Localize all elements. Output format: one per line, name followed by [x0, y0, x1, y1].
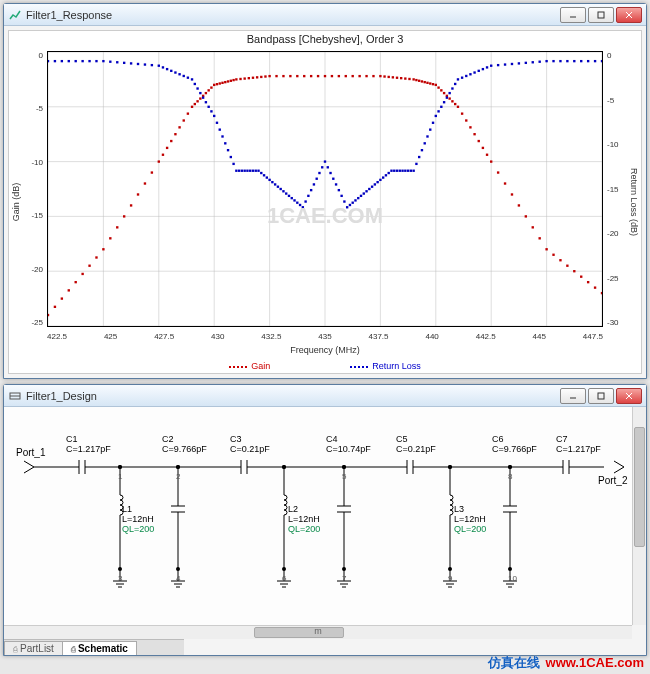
response-titlebar[interactable]: Filter1_Response — [4, 4, 646, 26]
svg-rect-78 — [331, 75, 333, 77]
l2-label: L2L=12nHQL=200 — [288, 505, 320, 535]
maximize-button[interactable] — [588, 388, 614, 404]
svg-rect-44 — [187, 112, 189, 114]
svg-rect-251 — [448, 92, 450, 94]
svg-rect-123 — [532, 226, 534, 228]
svg-rect-148 — [144, 63, 146, 65]
h-scroll-thumb[interactable] — [254, 627, 344, 638]
svg-rect-264 — [504, 63, 506, 65]
svg-rect-227 — [382, 176, 384, 178]
svg-point-378 — [118, 465, 122, 469]
response-title: Filter1_Response — [26, 9, 560, 21]
svg-text:7: 7 — [342, 574, 347, 583]
svg-text:5: 5 — [342, 472, 347, 481]
svg-rect-211 — [338, 189, 340, 191]
close-button[interactable] — [616, 388, 642, 404]
svg-rect-143 — [109, 61, 111, 63]
c5-label: C5C=0.21pF — [396, 435, 436, 455]
svg-rect-34 — [137, 193, 139, 195]
svg-text:1: 1 — [118, 472, 123, 481]
port-2-label: Port_2 — [598, 475, 627, 486]
svg-rect-59 — [230, 80, 232, 82]
svg-rect-187 — [271, 181, 273, 183]
svg-rect-154 — [174, 71, 176, 73]
svg-rect-158 — [191, 78, 193, 80]
svg-rect-128 — [566, 265, 568, 267]
svg-rect-40 — [170, 140, 172, 142]
svg-rect-63 — [243, 77, 245, 79]
svg-rect-89 — [396, 77, 398, 79]
svg-rect-202 — [313, 183, 315, 185]
c4-label: C4C=10.74pF — [326, 435, 371, 455]
svg-rect-276 — [587, 60, 589, 62]
svg-rect-28 — [95, 256, 97, 258]
plot-area[interactable]: 1CAE.COM — [47, 51, 603, 327]
svg-rect-53 — [213, 84, 215, 86]
svg-rect-76 — [317, 75, 319, 77]
window-controls — [560, 7, 642, 23]
svg-text:9: 9 — [448, 574, 453, 583]
svg-rect-184 — [263, 174, 265, 176]
svg-rect-241 — [421, 149, 423, 151]
minimize-button[interactable] — [560, 7, 586, 23]
svg-rect-240 — [418, 156, 420, 158]
svg-rect-35 — [144, 182, 146, 184]
svg-point-364 — [448, 567, 452, 571]
schematic-canvas[interactable]: 34679101258 Port_1 Port_2 C1C=1.217pF C2… — [4, 407, 632, 625]
svg-rect-171 — [227, 149, 229, 151]
svg-rect-209 — [332, 178, 334, 180]
svg-rect-56 — [221, 82, 223, 84]
svg-rect-229 — [388, 172, 390, 174]
svg-rect-141 — [95, 60, 97, 62]
maximize-button[interactable] — [588, 7, 614, 23]
tab-partlist[interactable]: ⎙PartList — [4, 641, 63, 655]
svg-rect-255 — [461, 77, 463, 79]
svg-rect-130 — [580, 276, 582, 278]
svg-rect-228 — [385, 174, 387, 176]
svg-rect-220 — [363, 192, 365, 194]
svg-rect-98 — [426, 82, 428, 84]
svg-rect-149 — [151, 64, 153, 66]
svg-rect-33 — [130, 204, 132, 206]
svg-rect-85 — [379, 75, 381, 77]
svg-rect-208 — [329, 172, 331, 174]
minimize-button[interactable] — [560, 388, 586, 404]
svg-rect-66 — [256, 76, 258, 78]
horizontal-scrollbar[interactable]: m — [4, 625, 632, 639]
svg-rect-163 — [205, 101, 207, 103]
svg-rect-87 — [388, 76, 390, 78]
svg-rect-222 — [368, 188, 370, 190]
close-button[interactable] — [616, 7, 642, 23]
response-body: Bandpass [Chebyshev], Order 3 Gain (dB) … — [4, 26, 646, 378]
svg-rect-55 — [219, 82, 221, 84]
legend-return-loss: Return Loss — [350, 361, 421, 371]
svg-rect-192 — [285, 192, 287, 194]
svg-rect-215 — [349, 204, 351, 206]
svg-rect-43 — [183, 119, 185, 121]
svg-rect-25 — [75, 281, 77, 283]
svg-rect-269 — [538, 61, 540, 63]
v-scroll-thumb[interactable] — [634, 427, 645, 547]
design-titlebar[interactable]: Filter1_Design — [4, 385, 646, 407]
design-title: Filter1_Design — [26, 390, 560, 402]
svg-rect-253 — [454, 83, 456, 85]
svg-rect-274 — [573, 60, 575, 62]
svg-rect-270 — [545, 60, 547, 62]
svg-point-352 — [342, 567, 346, 571]
tab-schematic[interactable]: ⎙Schematic — [62, 641, 137, 655]
svg-rect-201 — [310, 189, 312, 191]
y-ticks-left: 0-5-10-15-20-25 — [23, 51, 43, 327]
svg-rect-259 — [478, 70, 480, 72]
svg-rect-45 — [191, 106, 193, 108]
svg-rect-198 — [302, 206, 304, 208]
svg-rect-164 — [207, 106, 209, 108]
svg-rect-41 — [174, 133, 176, 135]
svg-rect-32 — [123, 215, 125, 217]
svg-rect-124 — [538, 237, 540, 239]
svg-rect-36 — [151, 171, 153, 173]
svg-rect-140 — [88, 60, 90, 62]
svg-rect-267 — [525, 62, 527, 64]
vertical-scrollbar[interactable] — [632, 407, 646, 625]
svg-rect-188 — [274, 183, 276, 185]
svg-rect-186 — [268, 179, 270, 181]
